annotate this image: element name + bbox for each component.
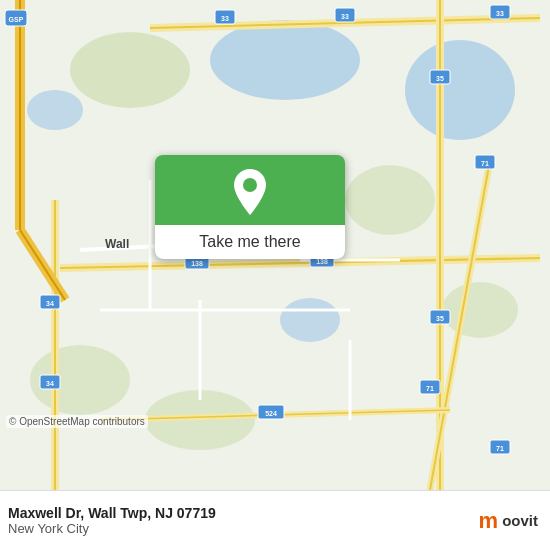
location-city: New York City [8,521,216,536]
svg-point-2 [405,40,515,140]
svg-point-6 [345,165,435,235]
location-info: Maxwell Dr, Wall Twp, NJ 07719 New York … [8,505,216,536]
svg-text:33: 33 [221,15,229,22]
pin-container [155,155,345,225]
map-attribution: © OpenStreetMap contributors [6,415,148,428]
svg-text:34: 34 [46,300,54,307]
svg-text:138: 138 [316,258,328,265]
location-pin-icon [231,169,269,215]
svg-point-3 [280,298,340,342]
svg-text:GSP: GSP [9,16,24,23]
svg-point-1 [210,20,360,100]
svg-text:33: 33 [341,13,349,20]
moovit-text: oovit [502,512,538,529]
moovit-m-letter: m [479,508,498,534]
moovit-logo: m oovit [479,508,538,534]
location-popup[interactable]: Take me there [155,155,345,259]
svg-text:Wall: Wall [105,237,129,251]
svg-text:35: 35 [436,315,444,322]
svg-point-61 [243,178,257,192]
svg-text:71: 71 [481,160,489,167]
svg-text:138: 138 [191,260,203,267]
svg-point-5 [70,32,190,108]
bottom-bar: Maxwell Dr, Wall Twp, NJ 07719 New York … [0,490,550,550]
svg-point-4 [27,90,83,130]
svg-point-7 [442,282,518,338]
svg-text:35: 35 [436,75,444,82]
svg-text:34: 34 [46,380,54,387]
map-view[interactable]: GSP 33 33 33 35 35 71 71 71 34 34 138 13… [0,0,550,490]
svg-text:524: 524 [265,410,277,417]
svg-text:71: 71 [426,385,434,392]
take-me-there-button[interactable]: Take me there [155,225,345,259]
svg-text:33: 33 [496,10,504,17]
svg-text:71: 71 [496,445,504,452]
location-name: Maxwell Dr, Wall Twp, NJ 07719 [8,505,216,521]
